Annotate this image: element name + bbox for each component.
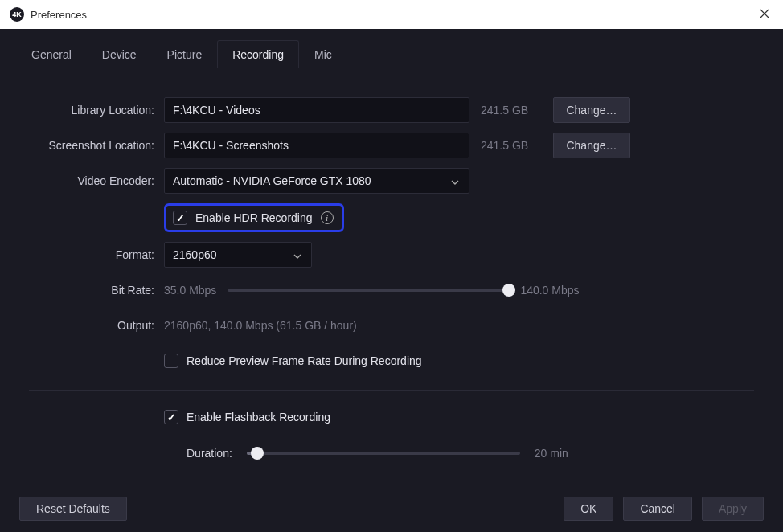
hdr-highlight: Enable HDR Recording i xyxy=(164,203,344,232)
video-encoder-select[interactable]: Automatic - NVIDIA GeForce GTX 1080 xyxy=(164,168,469,194)
enable-flashback-label: Enable Flashback Recording xyxy=(187,411,330,424)
tab-device[interactable]: Device xyxy=(87,40,152,68)
recording-pane: Library Location: F:\4KCU - Videos 241.5… xyxy=(0,68,783,485)
screenshot-size-text: 241.5 GB xyxy=(481,139,542,152)
chevron-down-icon xyxy=(293,248,303,261)
output-text: 2160p60, 140.0 Mbps (61.5 GB / hour) xyxy=(164,319,357,332)
reduce-preview-label: Reduce Preview Frame Rate During Recordi… xyxy=(187,354,422,367)
tab-recording[interactable]: Recording xyxy=(217,40,299,68)
footer: Reset Defaults OK Cancel Apply xyxy=(0,485,783,532)
format-value: 2160p60 xyxy=(173,248,217,261)
library-size-text: 241.5 GB xyxy=(481,104,542,117)
enable-hdr-label: Enable HDR Recording xyxy=(195,211,313,224)
output-label: Output: xyxy=(29,319,164,332)
bitrate-label: Bit Rate: xyxy=(29,284,164,297)
bitrate-slider[interactable] xyxy=(228,289,509,292)
screenshot-change-button[interactable]: Change… xyxy=(553,133,630,158)
tab-general[interactable]: General xyxy=(16,40,87,68)
duration-slider[interactable] xyxy=(247,452,520,455)
window-title: Preferences xyxy=(31,9,87,21)
bitrate-min: 35.0 Mbps xyxy=(164,284,216,297)
info-icon[interactable]: i xyxy=(321,211,334,224)
chevron-down-icon xyxy=(451,174,461,187)
format-label: Format: xyxy=(29,248,164,261)
app-icon: 4K xyxy=(10,7,24,22)
video-encoder-value: Automatic - NVIDIA GeForce GTX 1080 xyxy=(173,174,371,187)
tab-bar: General Device Picture Recording Mic xyxy=(0,29,783,68)
reduce-preview-checkbox[interactable] xyxy=(164,354,178,368)
bitrate-max: 140.0 Mbps xyxy=(520,284,579,297)
ok-button[interactable]: OK xyxy=(564,497,613,521)
title-bar: 4K Preferences xyxy=(0,0,783,29)
video-encoder-label: Video Encoder: xyxy=(29,174,164,187)
duration-value: 20 min xyxy=(535,447,568,460)
screenshot-location-input[interactable]: F:\4KCU - Screenshots xyxy=(164,133,469,158)
screenshot-location-label: Screenshot Location: xyxy=(29,139,164,152)
cancel-button[interactable]: Cancel xyxy=(623,497,692,521)
apply-button[interactable]: Apply xyxy=(702,497,764,521)
tab-mic[interactable]: Mic xyxy=(299,40,347,68)
format-select[interactable]: 2160p60 xyxy=(164,242,312,268)
library-change-button[interactable]: Change… xyxy=(553,97,630,123)
close-button[interactable] xyxy=(757,6,772,21)
reset-defaults-button[interactable]: Reset Defaults xyxy=(19,497,127,521)
library-location-label: Library Location: xyxy=(29,104,164,117)
library-location-input[interactable]: F:\4KCU - Videos xyxy=(164,97,469,123)
section-divider xyxy=(29,390,754,391)
duration-label: Duration: xyxy=(187,447,232,460)
tab-picture[interactable]: Picture xyxy=(152,40,218,68)
enable-hdr-checkbox[interactable] xyxy=(173,211,187,225)
enable-flashback-checkbox[interactable] xyxy=(164,410,178,424)
